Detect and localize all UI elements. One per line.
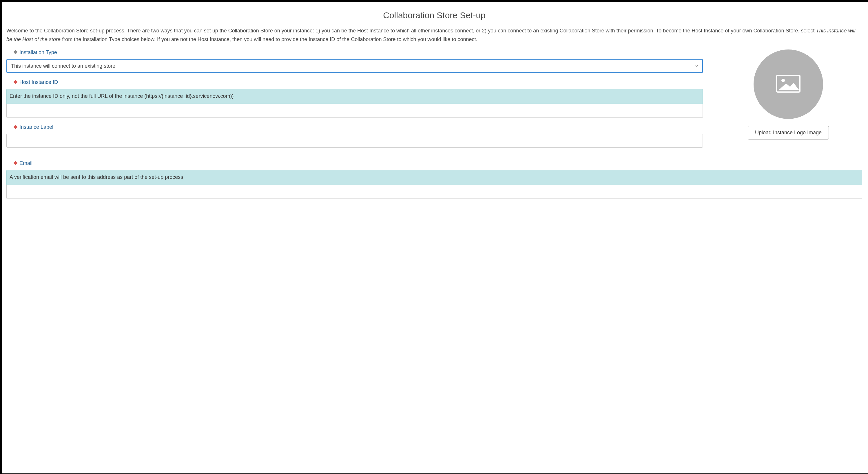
intro-text: Welcome to the Collaboration Store set-u…	[6, 27, 862, 44]
field-host-instance-id: ✱ Host Instance ID Enter the instance ID…	[6, 79, 703, 118]
host-instance-id-label: Host Instance ID	[20, 79, 58, 86]
required-indicator-icon: ✱	[13, 79, 18, 85]
label-row-installation-type: ✱ Installation Type	[13, 49, 703, 56]
label-row-host-instance-id: ✱ Host Instance ID	[13, 79, 703, 86]
required-indicator-icon: ✱	[13, 161, 18, 166]
image-placeholder-icon	[776, 75, 801, 94]
instance-label-input[interactable]	[6, 134, 703, 147]
intro-pre: Welcome to the Collaboration Store set-u…	[6, 28, 816, 34]
page-title: Collaboration Store Set-up	[6, 10, 862, 20]
app-frame: Collaboration Store Set-up Welcome to th…	[0, 0, 868, 474]
host-instance-id-hint: Enter the instance ID only, not the full…	[6, 89, 703, 104]
host-instance-id-input[interactable]	[6, 104, 703, 118]
label-row-instance-label: ✱ Instance Label	[13, 124, 703, 130]
required-indicator-icon: ✱	[13, 50, 18, 55]
email-input[interactable]	[6, 185, 862, 199]
installation-type-select-wrapper: This instance will connect to an existin…	[6, 59, 703, 73]
logo-column: Upload Instance Logo Image	[714, 49, 862, 154]
required-indicator-icon: ✱	[13, 125, 18, 130]
form-left-column: ✱ Installation Type This instance will c…	[6, 49, 703, 154]
intro-post: from the Installation Type choices below…	[61, 36, 477, 42]
installation-type-label: Installation Type	[20, 49, 57, 56]
main-layout: ✱ Installation Type This instance will c…	[6, 49, 862, 154]
instance-label-label: Instance Label	[20, 124, 53, 130]
installation-type-select[interactable]: This instance will connect to an existin…	[6, 59, 703, 73]
logo-placeholder	[753, 49, 823, 119]
email-label: Email	[20, 160, 32, 166]
field-instance-label: ✱ Instance Label	[6, 124, 703, 147]
field-installation-type: ✱ Installation Type This instance will c…	[6, 49, 703, 73]
label-row-email: ✱ Email	[13, 160, 862, 166]
upload-logo-button[interactable]: Upload Instance Logo Image	[748, 126, 829, 139]
email-hint: A verification email will be sent to thi…	[6, 170, 862, 185]
field-email: ✱ Email A verification email will be sen…	[6, 160, 862, 199]
content-area: Collaboration Store Set-up Welcome to th…	[2, 10, 868, 205]
svg-point-1	[781, 79, 785, 82]
